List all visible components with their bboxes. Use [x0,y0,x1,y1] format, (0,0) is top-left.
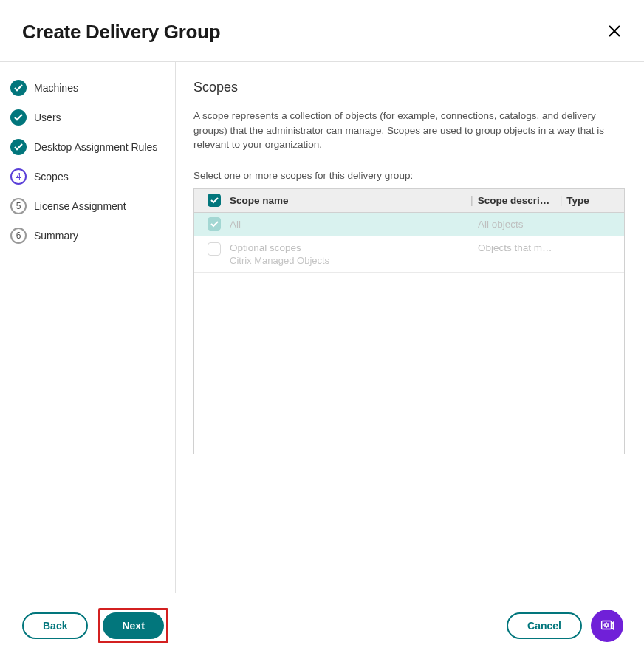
step-number: 6 [10,228,27,244]
column-type[interactable]: Type [566,195,611,206]
check-icon [10,109,27,126]
check-icon [10,80,27,96]
column-scope-name[interactable]: Scope name [230,195,466,206]
cell-scope-name: All [230,219,466,230]
close-button[interactable] [607,24,622,41]
step-machines[interactable]: Machines [10,80,162,96]
cell-scope-name: Optional scopes [230,242,466,253]
main-panel: Scopes A scope represents a collection o… [176,62,644,593]
check-icon [10,139,27,155]
lightbulb-icon [599,618,615,634]
table-row[interactable]: Optional scopes Citrix Managed Objects O… [194,236,624,273]
column-separator: | [470,194,473,206]
row-checkbox [208,242,221,256]
step-number: 5 [10,198,27,214]
step-label: License Assignment [34,200,126,212]
cell-scope-description: Objects that m… [478,242,555,253]
step-label: Summary [34,230,78,242]
wizard-steps-sidebar: Machines Users Desktop Assignment Rules … [0,62,176,593]
cancel-button[interactable]: Cancel [507,612,582,639]
step-label: Desktop Assignment Rules [34,141,157,153]
step-summary[interactable]: 6 Summary [10,228,162,244]
step-number: 4 [10,168,27,185]
step-users[interactable]: Users [10,109,162,126]
dialog-footer: Back Next Cancel [0,593,644,643]
dialog-title: Create Delivery Group [22,21,220,44]
table-header: Scope name | Scope descrip… | Type [194,189,624,213]
column-scope-description[interactable]: Scope descrip… [478,195,555,206]
step-label: Scopes [34,171,69,182]
next-button[interactable]: Next [103,612,163,639]
section-description: A scope represents a collection of objec… [193,109,625,152]
svg-point-1 [605,624,608,626]
close-icon [607,24,622,38]
step-license-assignment[interactable]: 5 License Assignment [10,198,162,214]
step-label: Machines [34,82,78,94]
help-fab[interactable] [591,610,623,642]
row-checkbox [208,217,221,231]
scopes-table: Scope name | Scope descrip… | Type All A… [193,188,625,454]
step-scopes[interactable]: 4 Scopes [10,168,162,185]
cell-scope-description: All objects [478,219,555,230]
section-instruction: Select one or more scopes for this deliv… [193,170,625,181]
step-desktop-assignment-rules[interactable]: Desktop Assignment Rules [10,139,162,155]
dialog-header: Create Delivery Group [0,0,644,61]
column-separator: | [560,194,563,206]
next-button-highlight: Next [98,608,168,643]
section-heading: Scopes [193,80,625,95]
table-row[interactable]: All All objects [194,213,624,236]
content-layout: Machines Users Desktop Assignment Rules … [0,61,644,593]
cell-scope-subtext: Citrix Managed Objects [230,255,466,266]
step-label: Users [34,112,61,123]
back-button[interactable]: Back [22,612,88,639]
select-all-checkbox[interactable] [208,194,221,207]
